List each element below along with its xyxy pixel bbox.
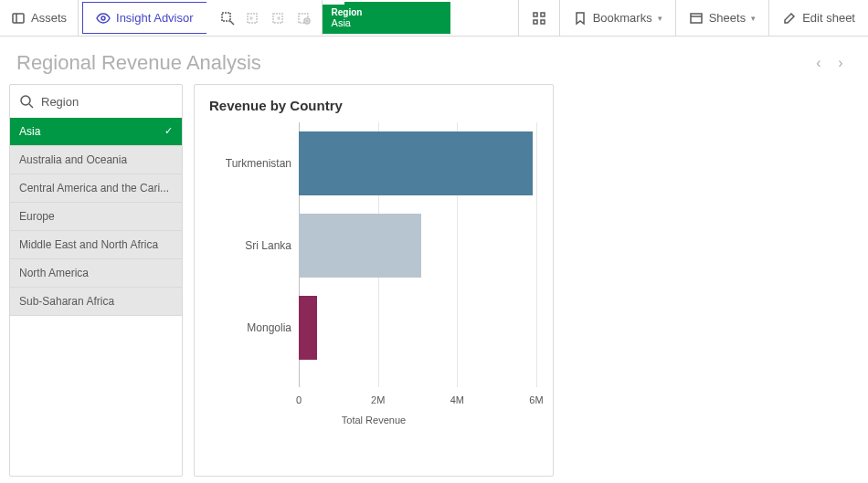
x-axis-label: Total Revenue bbox=[209, 415, 538, 425]
x-tick: 6M bbox=[529, 394, 543, 405]
filter-item[interactable]: Australia and Oceania bbox=[10, 146, 182, 174]
filter-list: AsiaAustralia and OceaniaCentral America… bbox=[10, 118, 182, 316]
toolbar-left: Assets Insight Advisor Region Asia bbox=[0, 0, 450, 36]
selection-chip-region[interactable]: Region Asia bbox=[323, 2, 450, 34]
eye-icon bbox=[96, 11, 111, 26]
bookmarks-label: Bookmarks bbox=[593, 11, 652, 25]
bar-label: Turkmenistan bbox=[209, 157, 299, 170]
svg-rect-12 bbox=[541, 13, 545, 16]
svg-rect-14 bbox=[541, 20, 545, 24]
selection-tools bbox=[210, 0, 323, 36]
selections-tool-button[interactable] bbox=[518, 0, 559, 36]
filter-header[interactable]: Region bbox=[10, 85, 182, 118]
chevron-down-icon: ▾ bbox=[751, 14, 756, 23]
prev-sheet-button[interactable]: ‹ bbox=[808, 55, 830, 71]
smart-search-icon[interactable] bbox=[219, 10, 236, 26]
bookmark-icon bbox=[573, 11, 587, 26]
filter-item[interactable]: Europe bbox=[10, 203, 182, 231]
bookmarks-button[interactable]: Bookmarks ▾ bbox=[559, 0, 675, 36]
bar[interactable] bbox=[299, 131, 533, 195]
chart-card[interactable]: Revenue by Country Total Revenue 02M4M6M… bbox=[194, 84, 554, 477]
bar-row: Sri Lanka bbox=[209, 215, 538, 276]
filter-item[interactable]: Middle East and North Africa bbox=[10, 231, 182, 259]
filter-field-label: Region bbox=[41, 95, 79, 109]
step-back-icon[interactable] bbox=[245, 10, 261, 26]
selection-value: Asia bbox=[332, 17, 441, 28]
chevron-down-icon: ▾ bbox=[658, 14, 662, 23]
svg-line-18 bbox=[29, 104, 33, 108]
x-tick: 2M bbox=[371, 394, 385, 405]
bar[interactable] bbox=[299, 214, 421, 278]
assets-label: Assets bbox=[31, 11, 67, 25]
panel-icon bbox=[11, 11, 26, 26]
filter-item[interactable]: North America bbox=[10, 259, 182, 288]
chart-title: Revenue by Country bbox=[209, 98, 538, 113]
sheets-label: Sheets bbox=[709, 11, 746, 25]
filter-item[interactable]: Sub-Saharan Africa bbox=[10, 288, 182, 316]
edit-label: Edit sheet bbox=[802, 11, 855, 25]
bar-label: Mongolia bbox=[209, 321, 299, 334]
chart-plot: Total Revenue 02M4M6MTurkmenistanSri Lan… bbox=[209, 122, 538, 424]
toolbar-right: Bookmarks ▾ Sheets ▾ Edit sheet bbox=[518, 0, 868, 36]
pencil-icon bbox=[782, 11, 797, 26]
sheet-icon bbox=[689, 11, 704, 26]
insight-label: Insight Advisor bbox=[116, 11, 194, 25]
grid-icon bbox=[532, 11, 546, 26]
next-sheet-button[interactable]: › bbox=[830, 55, 852, 71]
svg-rect-3 bbox=[222, 13, 230, 21]
step-forward-icon[interactable] bbox=[270, 10, 287, 26]
insight-advisor-button[interactable]: Insight Advisor bbox=[82, 2, 206, 34]
main-area: Region AsiaAustralia and OceaniaCentral … bbox=[0, 84, 868, 477]
svg-point-17 bbox=[21, 96, 30, 105]
svg-point-2 bbox=[101, 16, 105, 20]
bar-label: Sri Lanka bbox=[209, 239, 299, 252]
edit-sheet-button[interactable]: Edit sheet bbox=[768, 0, 868, 36]
svg-line-4 bbox=[230, 21, 234, 25]
svg-rect-15 bbox=[691, 14, 702, 23]
assets-button[interactable]: Assets bbox=[0, 0, 79, 36]
filter-item[interactable]: Central America and the Cari... bbox=[10, 174, 182, 203]
sheets-button[interactable]: Sheets ▾ bbox=[675, 0, 768, 36]
x-tick: 4M bbox=[450, 394, 464, 405]
sheet-titlebar: Regional Revenue Analysis ‹ › bbox=[0, 37, 868, 84]
bar[interactable] bbox=[299, 296, 317, 360]
search-icon bbox=[19, 94, 34, 109]
page-title: Regional Revenue Analysis bbox=[16, 51, 808, 75]
clear-selections-icon[interactable] bbox=[296, 10, 312, 26]
selection-field-label: Region bbox=[332, 7, 441, 17]
svg-rect-11 bbox=[534, 13, 537, 16]
filter-pane-region: Region AsiaAustralia and OceaniaCentral … bbox=[9, 84, 183, 477]
svg-rect-0 bbox=[13, 14, 24, 23]
filter-item[interactable]: Asia bbox=[10, 118, 182, 146]
x-tick: 0 bbox=[296, 394, 302, 405]
svg-rect-13 bbox=[534, 20, 537, 24]
bar-row: Mongolia bbox=[209, 298, 538, 358]
toolbar: Assets Insight Advisor Region Asia Bookm… bbox=[0, 0, 868, 37]
selection-progress bbox=[323, 2, 344, 5]
bar-row: Turkmenistan bbox=[209, 133, 538, 194]
